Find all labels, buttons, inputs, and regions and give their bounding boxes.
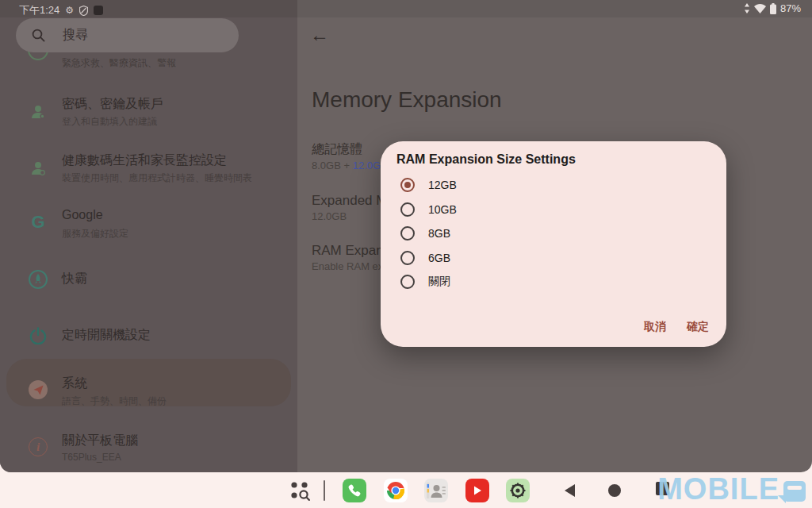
- watermark-text: MOBILE: [657, 471, 779, 506]
- search-icon: [32, 29, 45, 42]
- gear-wheel-icon: [510, 483, 526, 498]
- system-icon: [27, 379, 49, 401]
- page-title: Memory Expansion: [312, 87, 502, 113]
- shield-icon: [79, 6, 88, 16]
- chrome-icon: [386, 481, 405, 500]
- dialog-options: 12GB 10GB 8GB 6GB 關閉: [381, 173, 726, 294]
- youtube-app-icon[interactable]: [465, 479, 489, 502]
- youtube-play-icon: [472, 485, 483, 496]
- chrome-app-icon[interactable]: [384, 479, 408, 502]
- option-off[interactable]: 關閉: [381, 270, 726, 294]
- watermark-bubble-logo: [783, 481, 806, 502]
- dialog-actions: 取消 確定: [644, 320, 709, 334]
- info-icon: i: [27, 436, 49, 458]
- radio-icon[interactable]: [400, 178, 415, 192]
- gear-icon: ⚙: [65, 6, 74, 15]
- rocket-icon: [27, 268, 49, 291]
- option-6gb[interactable]: 6GB: [381, 246, 726, 271]
- search-input[interactable]: 搜尋: [16, 18, 239, 52]
- taskbar-divider: [324, 480, 325, 501]
- sidebar-item-emergency-subtitle[interactable]: 緊急求救、醫療資訊、警報: [62, 56, 176, 70]
- digital-wellbeing-icon: [27, 157, 49, 179]
- notification-app-icon: [94, 6, 103, 15]
- option-12gb[interactable]: 12GB: [381, 173, 726, 198]
- toolbox-app-icon[interactable]: [506, 479, 530, 502]
- google-icon: G: [27, 211, 49, 233]
- total-memory-base: 8.0GB +: [312, 160, 353, 171]
- option-10gb[interactable]: 10GB: [381, 198, 726, 222]
- app-drawer-button[interactable]: [288, 479, 312, 502]
- cancel-button[interactable]: 取消: [644, 320, 666, 334]
- app-drawer-icon: [289, 480, 310, 501]
- option-8gb[interactable]: 8GB: [381, 221, 726, 246]
- radio-icon[interactable]: [400, 275, 415, 289]
- radio-icon[interactable]: [400, 251, 415, 265]
- status-bar: [0, 0, 812, 17]
- clock: 下午1:24: [19, 3, 59, 17]
- battery-percent: 87%: [780, 2, 801, 14]
- network-arrows-icon: [744, 3, 750, 13]
- status-left: 下午1:24 ⚙: [19, 3, 103, 17]
- phone-icon: [348, 484, 361, 497]
- back-arrow-icon[interactable]: ←: [310, 24, 329, 46]
- status-right: 87%: [744, 2, 801, 14]
- expanded-memory-value: 12.0GB: [312, 210, 347, 222]
- radio-icon[interactable]: [400, 226, 415, 241]
- ram-expansion-dialog: RAM Expansion Size Settings 12GB 10GB 8G…: [381, 141, 726, 347]
- wifi-icon: [754, 4, 766, 13]
- expanded-memory-label[interactable]: Expanded M: [312, 193, 387, 209]
- power-icon: [27, 325, 49, 347]
- total-memory-value: 8.0GB + 12.0GB: [312, 160, 388, 171]
- dialog-title: RAM Expansion Size Settings: [396, 152, 576, 167]
- ram-expansion-label[interactable]: RAM Expans: [312, 243, 390, 259]
- contacts-icon: [426, 481, 446, 500]
- search-placeholder: 搜尋: [63, 27, 88, 44]
- nav-home-button[interactable]: [608, 484, 621, 497]
- phone-app-icon[interactable]: [343, 479, 366, 502]
- nav-back-button[interactable]: [565, 484, 575, 497]
- radio-icon[interactable]: [400, 202, 415, 217]
- contacts-app-icon[interactable]: [424, 479, 448, 502]
- battery-icon: [770, 3, 776, 14]
- confirm-button[interactable]: 確定: [687, 320, 709, 334]
- total-memory-label[interactable]: 總記憶體: [312, 141, 362, 158]
- mobile-watermark: MOBILE: [657, 471, 806, 506]
- passwords-accounts-icon: [27, 101, 49, 123]
